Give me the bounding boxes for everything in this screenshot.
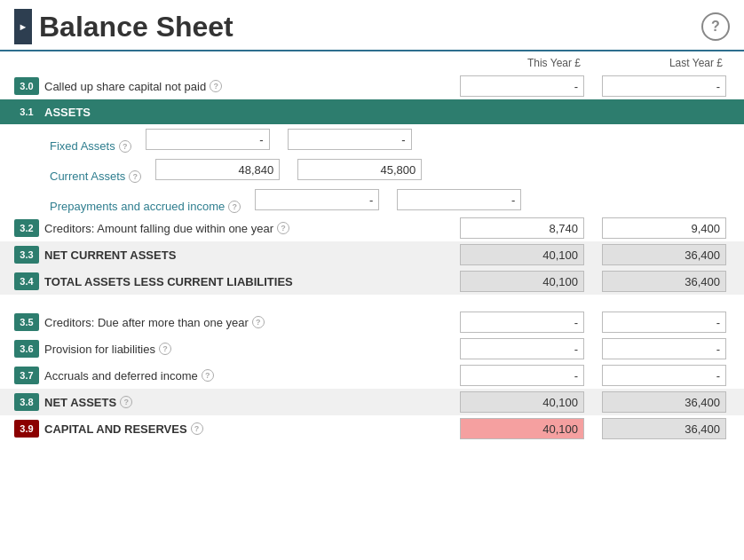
last-year-cell-prepayments: - <box>383 189 525 210</box>
last-year-input-3.5[interactable]: - <box>602 312 726 333</box>
help-icon-prepayments[interactable]: ? <box>228 201 241 213</box>
this-year-input-current-assets[interactable]: 48,840 <box>155 159 280 180</box>
badge-3.1: 3.1 <box>14 103 39 121</box>
badge-3.7: 3.7 <box>14 367 39 384</box>
badge-3.9: 3.9 <box>14 420 39 438</box>
this-year-cell-3.0: - <box>446 75 588 97</box>
last-year-cell-3.7: - <box>588 365 730 386</box>
this-year-cell-3.5: - <box>446 312 588 333</box>
help-icon-3.5[interactable]: ? <box>252 316 265 328</box>
this-year-input-3.6[interactable]: - <box>460 338 584 359</box>
last-year-cell-3.0: - <box>588 75 730 97</box>
badge-3.3: 3.3 <box>14 246 39 264</box>
last-year-cell-current-assets: 45,800 <box>283 159 425 180</box>
row-3.6: 3.6 Provision for liabilities ? - - <box>0 335 744 362</box>
this-year-input-3.0[interactable]: - <box>460 75 584 97</box>
help-icon-current-assets[interactable]: ? <box>129 170 141 183</box>
row-3.2: 3.2 Creditors: Amount falling due within… <box>0 215 744 241</box>
page-header: ► Balance Sheet ? <box>0 0 744 51</box>
this-year-cell-prepayments: - <box>241 189 383 210</box>
row-divider <box>0 295 744 309</box>
this-year-cell-3.3: 40,100 <box>446 244 588 265</box>
this-year-cell-current-assets: 48,840 <box>141 159 283 180</box>
help-icon-3.2[interactable]: ? <box>277 222 289 234</box>
last-year-input-fixed-assets[interactable]: - <box>288 129 412 150</box>
last-year-input-3.8: 36,400 <box>602 391 726 413</box>
label-current-assets: Current Assets ? <box>50 170 141 183</box>
badge-3.0: 3.0 <box>14 77 39 95</box>
help-icon-3.6[interactable]: ? <box>159 343 171 355</box>
nav-arrow[interactable]: ► <box>14 9 32 44</box>
label-prepayments: Prepayments and accrued income ? <box>50 200 241 213</box>
header-help-icon[interactable]: ? <box>701 12 730 41</box>
last-year-input-3.2[interactable]: 9,400 <box>602 217 726 239</box>
assets-label: ASSETS <box>44 106 730 119</box>
this-year-cell-3.6: - <box>446 338 588 359</box>
this-year-input-3.5[interactable]: - <box>460 312 584 333</box>
this-year-input-fixed-assets[interactable]: - <box>146 129 270 150</box>
balance-sheet-page: ► Balance Sheet ? This Year £ Last Year … <box>0 0 744 560</box>
badge-3.6: 3.6 <box>14 340 39 358</box>
last-year-cell-3.2: 9,400 <box>588 217 730 239</box>
last-year-cell-3.5: - <box>588 312 730 333</box>
label-3.6: Provision for liabilities ? <box>44 343 446 356</box>
last-year-input-prepayments[interactable]: - <box>397 189 521 210</box>
last-year-input-3.6[interactable]: - <box>602 338 726 359</box>
last-year-cell-3.6: - <box>588 338 730 359</box>
this-year-input-3.2[interactable]: 8,740 <box>460 217 584 239</box>
label-3.8: NET ASSETS ? <box>44 396 446 409</box>
last-year-input-3.9[interactable]: 36,400 <box>602 418 726 439</box>
last-year-input-3.4: 36,400 <box>602 271 726 292</box>
help-icon-3.8[interactable]: ? <box>120 396 132 408</box>
help-icon-3.9[interactable]: ? <box>191 422 203 435</box>
label-3.3: NET CURRENT ASSETS <box>44 248 446 262</box>
badge-3.5: 3.5 <box>14 313 39 331</box>
row-3.8: 3.8 NET ASSETS ? 40,100 36,400 <box>0 389 744 415</box>
this-year-input-3.4: 40,100 <box>460 271 584 292</box>
row-fixed-assets: Fixed Assets ? - - <box>0 124 744 154</box>
badge-3.4: 3.4 <box>14 272 39 290</box>
this-year-input-3.9[interactable]: 40,100 <box>460 418 584 439</box>
last-year-cell-3.9: 36,400 <box>588 418 730 439</box>
this-year-input-3.3: 40,100 <box>460 244 584 265</box>
last-year-input-3.0[interactable]: - <box>602 75 726 97</box>
column-headers: This Year £ Last Year £ <box>0 51 744 73</box>
this-year-input-prepayments[interactable]: - <box>255 189 379 210</box>
row-3.4: 3.4 TOTAL ASSETS LESS CURRENT LIABILITIE… <box>0 268 744 295</box>
row-3.9: 3.9 CAPITAL AND RESERVES ? 40,100 36,400 <box>0 415 744 442</box>
badge-3.2: 3.2 <box>14 219 39 237</box>
label-3.0: Called up share capital not paid ? <box>44 80 446 93</box>
row-3.3: 3.3 NET CURRENT ASSETS 40,100 36,400 <box>0 241 744 268</box>
label-fixed-assets: Fixed Assets ? <box>50 139 131 153</box>
label-3.4: TOTAL ASSETS LESS CURRENT LIABILITIES <box>44 275 446 288</box>
last-year-cell-3.4: 36,400 <box>588 271 730 292</box>
label-3.7: Accruals and deferred income ? <box>44 369 446 383</box>
last-year-input-3.7[interactable]: - <box>602 365 726 386</box>
this-year-cell-3.9: 40,100 <box>446 418 588 439</box>
this-year-input-3.7[interactable]: - <box>460 365 584 386</box>
help-icon-fixed-assets[interactable]: ? <box>119 140 131 153</box>
label-3.5: Creditors: Due after more than one year … <box>44 316 446 329</box>
row-current-assets: Current Assets ? 48,840 45,800 <box>0 154 744 185</box>
this-year-cell-3.2: 8,740 <box>446 217 588 239</box>
page-title: Balance Sheet <box>39 11 233 43</box>
this-year-cell-3.4: 40,100 <box>446 271 588 292</box>
rows-container: 3.0 Called up share capital not paid ? -… <box>0 73 744 442</box>
help-icon-3.7[interactable]: ? <box>202 369 214 382</box>
row-3.7: 3.7 Accruals and deferred income ? - - <box>0 362 744 389</box>
this-year-input-3.8: 40,100 <box>460 391 584 413</box>
this-year-cell-fixed-assets: - <box>131 129 273 150</box>
last-year-input-current-assets[interactable]: 45,800 <box>297 159 422 180</box>
assets-section-header: 3.1 ASSETS <box>0 99 744 124</box>
this-year-header: This Year £ <box>446 57 588 69</box>
label-3.9: CAPITAL AND RESERVES ? <box>44 422 446 436</box>
help-icon-3.0[interactable]: ? <box>210 80 222 92</box>
row-3.5: 3.5 Creditors: Due after more than one y… <box>0 309 744 335</box>
header-left: ► Balance Sheet <box>14 9 233 44</box>
row-prepayments: Prepayments and accrued income ? - - <box>0 185 744 215</box>
last-year-cell-3.3: 36,400 <box>588 244 730 265</box>
last-year-input-3.3: 36,400 <box>602 244 726 265</box>
this-year-cell-3.7: - <box>446 365 588 386</box>
row-3.0: 3.0 Called up share capital not paid ? -… <box>0 73 744 99</box>
badge-3.8: 3.8 <box>14 393 39 411</box>
